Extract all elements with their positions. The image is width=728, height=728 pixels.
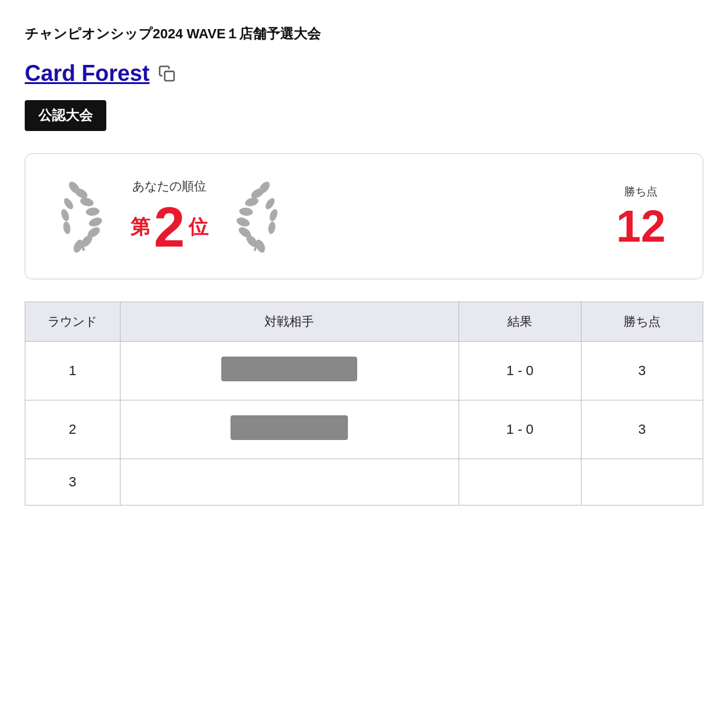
rank-card: あなたの順位 第 2 位 勝ち点 12 xyxy=(25,153,703,279)
rank-center: あなたの順位 第 2 位 xyxy=(118,178,221,255)
result-cell: 1 - 0 xyxy=(459,342,581,400)
opponent-hidden-bar xyxy=(231,415,348,440)
round-cell: 2 xyxy=(25,400,121,459)
result-cell: 1 - 0 xyxy=(459,400,581,459)
result-cell xyxy=(459,459,581,506)
laurel-right-icon xyxy=(221,176,289,256)
rank-points-section: 勝ち点 12 xyxy=(604,184,678,248)
col-header-round: ラウンド xyxy=(25,302,121,342)
table-row: 3 xyxy=(25,459,703,506)
points-value: 12 xyxy=(604,204,678,248)
points-label: 勝ち点 xyxy=(604,184,678,199)
copy-icon[interactable] xyxy=(158,65,176,82)
rank-prefix: 第 xyxy=(130,214,150,241)
rank-main: あなたの順位 第 2 位 xyxy=(50,176,289,256)
svg-point-11 xyxy=(62,221,72,235)
rank-value: 第 2 位 xyxy=(130,200,208,255)
svg-point-15 xyxy=(239,207,253,216)
svg-point-16 xyxy=(235,216,251,228)
table-row: 1 1 - 0 3 xyxy=(25,342,703,400)
points-cell: 3 xyxy=(581,342,703,400)
table-row: 2 1 - 0 3 xyxy=(25,400,703,459)
venue-row: Card Forest xyxy=(25,61,703,87)
points-cell: 3 xyxy=(581,400,703,459)
opponent-cell xyxy=(120,342,459,400)
svg-point-4 xyxy=(85,207,99,216)
opponent-cell xyxy=(120,459,459,506)
svg-point-20 xyxy=(264,197,277,211)
svg-point-5 xyxy=(88,216,103,228)
rank-suffix: 位 xyxy=(188,214,208,241)
svg-point-10 xyxy=(60,208,70,222)
official-badge: 公認大会 xyxy=(25,100,106,131)
page-subtitle: チャンピオンシップ2024 WAVE１店舗予選大会 xyxy=(25,25,703,43)
svg-point-9 xyxy=(62,197,75,211)
svg-point-22 xyxy=(268,221,277,235)
col-header-opponent: 対戦相手 xyxy=(120,302,459,342)
round-cell: 1 xyxy=(25,342,121,400)
table-header-row: ラウンド 対戦相手 結果 勝ち点 xyxy=(25,302,703,342)
round-cell: 3 xyxy=(25,459,121,506)
col-header-result: 結果 xyxy=(459,302,581,342)
col-header-points: 勝ち点 xyxy=(581,302,703,342)
opponent-cell xyxy=(120,400,459,459)
svg-point-3 xyxy=(79,197,95,208)
rank-label: あなたの順位 xyxy=(130,178,208,195)
rank-number: 2 xyxy=(154,200,185,255)
venue-link[interactable]: Card Forest xyxy=(25,61,150,87)
laurel-left-icon xyxy=(50,176,118,256)
badge-row: 公認大会 xyxy=(25,100,703,131)
opponent-hidden-bar xyxy=(221,357,357,381)
svg-rect-0 xyxy=(165,72,174,81)
svg-point-21 xyxy=(268,208,279,222)
results-table: ラウンド 対戦相手 結果 勝ち点 1 1 - 0 3 2 1 - 0 3 3 xyxy=(25,302,703,506)
svg-point-14 xyxy=(244,197,260,208)
points-cell xyxy=(581,459,703,506)
